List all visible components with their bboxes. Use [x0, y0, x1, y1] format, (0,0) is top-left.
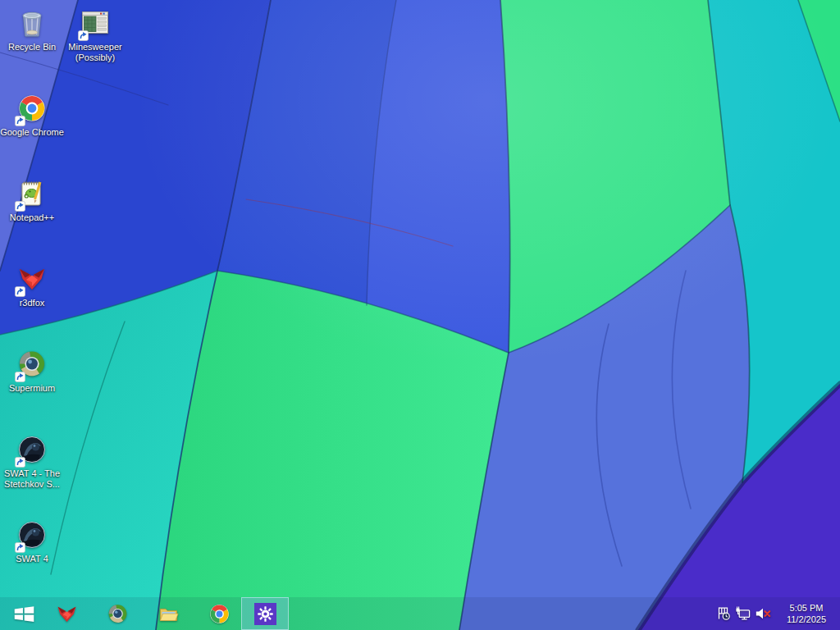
taskbar: 5:05 PM 11/2/2025 [0, 597, 840, 630]
tray-volume-muted-icon[interactable] [753, 597, 773, 630]
taskbar-button-file-explorer[interactable] [153, 597, 184, 630]
swat4-icon [14, 518, 50, 551]
tray-network-icon[interactable] [733, 597, 753, 630]
wallpaper-balloon-canopy [0, 0, 840, 630]
clock-time: 5:05 PM [776, 602, 837, 614]
shortcut-arrow-icon [15, 541, 25, 552]
taskbar-button-google-chrome[interactable] [203, 597, 235, 630]
desktop-icon-google-chrome[interactable]: Google Chrome [0, 92, 64, 138]
chrome-icon [208, 602, 231, 626]
desktop-icon-label: Recycle Bin [8, 42, 56, 52]
desktop-icon-r3dfox[interactable]: r3dfox [0, 262, 64, 308]
settings-gear-icon [254, 603, 276, 625]
shortcut-arrow-icon [78, 30, 89, 40]
desktop-icon-label: r3dfox [20, 298, 45, 308]
recycle-bin-icon [14, 7, 50, 39]
desktop-icon-label: Supermium [9, 383, 55, 394]
shortcut-arrow-icon [15, 115, 25, 126]
taskbar-button-supermium[interactable] [102, 597, 133, 630]
shortcut-arrow-icon [15, 200, 25, 211]
shortcut-arrow-icon [15, 285, 25, 296]
desktop-icon-notepad[interactable]: Notepad++ [0, 177, 64, 223]
supermium-icon [14, 348, 50, 381]
chrome-icon [14, 92, 50, 125]
shortcut-arrow-icon [15, 371, 25, 381]
taskbar-button-r3dfox[interactable] [51, 597, 82, 630]
desktop-icon-recycle-bin[interactable]: Recycle Bin [0, 7, 64, 52]
r3dfox-icon [14, 262, 50, 295]
notepadpp-icon [14, 177, 50, 210]
desktop-icon-label: Notepad++ [10, 212, 54, 223]
minesweeper-icon [77, 7, 113, 39]
desktop-icon-minesweeper-possibly[interactable]: Minesweeper (Possibly) [63, 7, 127, 63]
clock-date: 11/2/2025 [776, 614, 837, 625]
system-tray: 5:05 PM 11/2/2025 [714, 597, 837, 630]
tray-action-center-flag-icon[interactable] [714, 597, 733, 630]
desktop-icon-label: Minesweeper (Possibly) [63, 42, 127, 63]
tray-icons [714, 597, 773, 630]
desktop-icon-label: SWAT 4 [16, 554, 48, 564]
desktop: Recycle BinMinesweeper (Possibly)Google … [0, 0, 840, 630]
taskbar-button-settings[interactable] [241, 597, 289, 630]
swat4-icon [14, 433, 50, 466]
desktop-icon-label: Google Chrome [0, 127, 64, 138]
r3dfox-icon [55, 602, 79, 626]
desktop-icon-label: SWAT 4 - The Stetchkov S... [0, 468, 64, 490]
taskbar-clock[interactable]: 5:05 PM 11/2/2025 [776, 602, 837, 625]
desktop-icon-supermium[interactable]: Supermium [0, 348, 64, 394]
desktop-icon-swat-4-the-stetchkov-s[interactable]: SWAT 4 - The Stetchkov S... [0, 433, 64, 490]
start-button[interactable] [3, 597, 44, 630]
desktop-icon-swat-4[interactable]: SWAT 4 [0, 518, 64, 564]
shortcut-arrow-icon [15, 456, 25, 467]
supermium-icon [106, 602, 130, 626]
explorer-icon [157, 602, 180, 626]
